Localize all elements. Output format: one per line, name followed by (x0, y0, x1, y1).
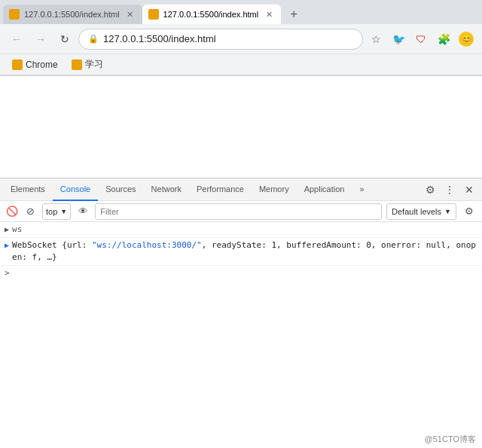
tab-1-favicon (9, 9, 20, 20)
console-row-ws-arrow[interactable]: ▶ (5, 224, 9, 236)
console-row-websocket: ▶ WebSocket {url: "ws://localhost:3000/"… (0, 238, 482, 266)
console-row-ws-expand-arrow[interactable]: ▶ (5, 239, 9, 251)
console-clear-button[interactable]: 🚫 (5, 204, 20, 219)
console-row-ws-prompt: ws (12, 224, 22, 236)
bookmark-chrome[interactable]: Chrome (6, 57, 64, 72)
devtools-more-button[interactable]: ⋮ (440, 180, 459, 200)
page-content (0, 76, 482, 178)
console-input-prompt: > (5, 267, 10, 279)
console-context-value: top (46, 207, 57, 216)
console-row-websocket-text: WebSocket {url: "ws://localhost:3000/", … (12, 239, 477, 264)
tab-1[interactable]: 127.0.0.1:5500/index.html ✕ (3, 5, 142, 24)
devtools-close-button[interactable]: ✕ (459, 180, 479, 200)
bookmark-study-favicon (72, 59, 82, 70)
devtools-tab-memory[interactable]: Memory (252, 178, 297, 201)
devtools-tab-more[interactable]: » (352, 178, 371, 201)
context-chevron-icon: ▼ (60, 208, 67, 215)
console-levels-select[interactable]: Default levels ▼ (386, 203, 456, 220)
tab-1-title: 127.0.0.1:5500/index.html (24, 10, 120, 19)
tab-2-title: 127.0.0.1:5500/index.html (163, 10, 259, 19)
tab-2-favicon (148, 9, 159, 20)
console-row-ws-label: ▶ ws (0, 222, 482, 238)
tab-2[interactable]: 127.0.0.1:5500/index.html ✕ (142, 5, 282, 24)
console-eye-icon[interactable]: 👁 (75, 204, 90, 219)
address-bar: ← → ↻ 🔒 127.0.0.1:5500/index.html ☆ 🐦 🛡 … (0, 24, 482, 54)
bookmarks-bar: Chrome 学习 (0, 54, 482, 75)
console-output: ▶ ws ▶ WebSocket {url: "ws://localhost:3… (0, 222, 482, 434)
shield-icon[interactable]: 🛡 (411, 29, 431, 49)
bookmark-study-label: 学习 (85, 58, 103, 71)
devtools-tab-console[interactable]: Console (53, 178, 98, 201)
user-icon[interactable]: 🐦 (389, 29, 408, 49)
devtools-tab-elements[interactable]: Elements (3, 178, 53, 201)
reload-button[interactable]: ↻ (54, 29, 75, 50)
tab-bar: 127.0.0.1:5500/index.html ✕ 127.0.0.1:55… (0, 0, 482, 24)
watermark: @51CTO博客 (425, 434, 476, 445)
extensions-icon[interactable]: 🧩 (434, 29, 453, 49)
devtools-toolbar: Elements Console Sources Network Perform… (0, 178, 482, 201)
browser-chrome: 127.0.0.1:5500/index.html ✕ 127.0.0.1:55… (0, 0, 482, 76)
back-button[interactable]: ← (6, 29, 27, 50)
console-settings-button[interactable]: ⚙ (461, 203, 477, 220)
new-tab-button[interactable]: + (284, 5, 304, 24)
tab-2-close[interactable]: ✕ (263, 8, 275, 20)
devtools-tab-sources[interactable]: Sources (98, 178, 143, 201)
console-left-icons: 🚫 ⊘ (5, 204, 38, 219)
address-text: 127.0.0.1:5500/index.html (103, 33, 353, 44)
console-context-select[interactable]: top ▼ (42, 203, 71, 220)
console-cursor-row[interactable]: > (0, 266, 482, 281)
devtools-tab-network[interactable]: Network (144, 178, 189, 201)
console-levels-value: Default levels (392, 207, 441, 216)
levels-chevron-icon: ▼ (444, 208, 451, 215)
lock-icon: 🔒 (88, 34, 99, 44)
bookmark-chrome-label: Chrome (26, 59, 58, 70)
devtools-tab-performance[interactable]: Performance (189, 178, 252, 201)
devtools-tab-application[interactable]: Application (297, 178, 352, 201)
forward-button[interactable]: → (30, 29, 51, 50)
devtools-settings-button[interactable]: ⚙ (420, 180, 440, 200)
console-toolbar: 🚫 ⊘ top ▼ 👁 Default levels ▼ ⚙ (0, 201, 482, 222)
toolbar-icons: ☆ 🐦 🛡 🧩 😊 (366, 29, 476, 49)
bookmark-chrome-favicon (12, 59, 23, 70)
bookmark-star-icon[interactable]: ☆ (366, 29, 386, 49)
console-filter-input[interactable] (95, 203, 382, 220)
devtools-panel: Elements Console Sources Network Perform… (0, 178, 482, 434)
bookmark-study[interactable]: 学习 (66, 56, 109, 73)
address-input-wrap[interactable]: 🔒 127.0.0.1:5500/index.html (78, 29, 363, 50)
console-filter-toggle[interactable]: ⊘ (23, 204, 38, 219)
profile-icon[interactable]: 😊 (456, 29, 476, 49)
tab-1-close[interactable]: ✕ (124, 8, 136, 20)
